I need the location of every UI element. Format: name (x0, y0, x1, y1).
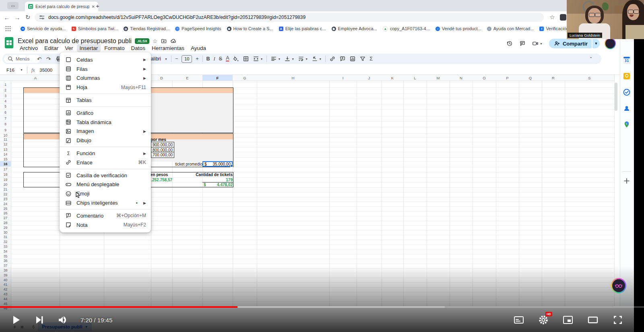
column-header-A[interactable]: A (11, 75, 60, 81)
menu-editar[interactable]: Editar (41, 44, 61, 52)
menu-item-comentario[interactable]: Comentario ⌘+Opción+M (60, 211, 151, 220)
row-header-12[interactable]: 12 (0, 142, 11, 147)
column-header-K[interactable]: K (382, 75, 404, 81)
menu-item-tabla-din-mica[interactable]: Tabla dinámica (60, 118, 151, 127)
row-header-16[interactable]: 16 (0, 161, 11, 167)
bookmark-item[interactable]: ▲ copy_A1F07163-4... (380, 26, 433, 31)
row-header-37[interactable]: 37 (0, 264, 11, 268)
version-history-icon[interactable] (506, 40, 513, 47)
row-header-32[interactable]: 32 (0, 240, 11, 245)
add-icon[interactable] (622, 176, 631, 185)
browser-tab[interactable]: Excel para calculo de presup ✕ (25, 2, 98, 11)
vertical-scrollbar[interactable] (615, 83, 617, 111)
row-header-1[interactable]: 1 (0, 82, 11, 87)
row-header-24[interactable]: 24 (0, 201, 11, 206)
row-header-13[interactable]: 13 (0, 147, 11, 152)
functions-icon[interactable]: Σ (369, 56, 373, 62)
bookmark-item[interactable]: ϟ Símbolos para Twi... (69, 26, 121, 31)
menu-item-enlace[interactable]: Enlace ⌘K (60, 158, 151, 167)
cell-E18[interactable]: Cantidad de tickets (172, 172, 234, 177)
cell-D19[interactable]: 6.252.758,57 (151, 177, 173, 182)
cell-D18[interactable]: en pesos (149, 172, 172, 177)
row-header-15[interactable]: 15 (0, 157, 11, 161)
column-header-R[interactable]: R (542, 75, 565, 81)
bookmark-item[interactable]: ◔ PageSpeed Insights (172, 26, 224, 31)
column-header-E[interactable]: E (172, 75, 203, 81)
menu-archivo[interactable]: Archivo (17, 44, 41, 52)
row-header-38[interactable]: 38 (0, 268, 11, 273)
column-header-G[interactable]: G (233, 75, 257, 81)
omnibox[interactable]: docs.google.com/spreadsheets/d/12vSuiPF7… (35, 13, 544, 22)
menu-insertar[interactable]: Insertar (77, 44, 101, 52)
horizontal-align-icon[interactable]: ▼ (270, 56, 281, 62)
new-tab-button[interactable]: + (96, 2, 99, 9)
row-header-39[interactable]: 39 (0, 273, 11, 278)
extension-icon[interactable] (560, 14, 566, 21)
insert-link-icon[interactable] (329, 56, 336, 62)
move-folder-icon[interactable] (161, 38, 167, 44)
column-header-L[interactable]: L (403, 75, 427, 81)
font-size-input[interactable]: 10 (182, 55, 192, 63)
menu-item-hoja[interactable]: Hoja Mayús+F11 (60, 83, 151, 92)
bookmark-item[interactable]: ◆ How to Create a S... (224, 26, 276, 31)
star-icon[interactable]: ☆ (153, 38, 158, 44)
insert-comment-icon[interactable] (339, 56, 346, 62)
increase-font-icon[interactable]: + (196, 56, 198, 62)
row-header-34[interactable]: 34 (0, 249, 11, 254)
menu-item-dibujo[interactable]: Dibujo (60, 136, 151, 145)
row-header-8[interactable]: 8 (0, 121, 11, 127)
menu-formato[interactable]: Formato (101, 44, 127, 52)
column-header-D[interactable]: D (151, 75, 173, 81)
site-info-icon[interactable] (39, 14, 45, 21)
strikethrough-icon[interactable]: S (219, 56, 222, 62)
italic-icon[interactable]: I (214, 56, 215, 62)
contacts-icon[interactable] (622, 104, 631, 113)
bookmark-star-icon[interactable]: ☆ (547, 14, 557, 21)
progress-bar-buffered[interactable] (237, 306, 445, 308)
calendar-icon[interactable]: 31 (622, 56, 631, 64)
column-header-P[interactable]: P (496, 75, 519, 81)
reload-icon[interactable]: ↻ (23, 14, 33, 21)
collapse-toolbar-icon[interactable]: ⌃ (589, 56, 592, 61)
maps-icon[interactable] (622, 120, 631, 129)
row-header-21[interactable]: 21 (0, 187, 11, 192)
row-header-7[interactable]: 7 (0, 116, 11, 121)
tab-close-icon[interactable]: ✕ (92, 4, 95, 9)
row-header-5[interactable]: 5 (0, 104, 11, 109)
cell-D14[interactable]: 1.700.000,00 (151, 152, 174, 158)
column-header-H[interactable]: H (257, 75, 330, 81)
chevron-down-icon[interactable]: ▼ (540, 42, 543, 45)
menu-item-gr-fico[interactable]: Gráfico (60, 108, 151, 118)
create-filter-icon[interactable] (359, 56, 366, 62)
row-header-2[interactable]: 2 (0, 87, 11, 93)
next-button[interactable] (34, 314, 45, 326)
row-header-28[interactable]: 28 (0, 221, 11, 226)
menu-item-imagen[interactable]: Imagen ▶ (60, 127, 151, 136)
bookmark-item[interactable]: ◆ Employee Advoca... (329, 26, 380, 31)
row-header-31[interactable]: 31 (0, 235, 11, 240)
row-header-43[interactable]: 43 (0, 292, 11, 297)
menu-item-tablas[interactable]: Tablas (60, 95, 151, 105)
share-button[interactable]: Compartir (549, 39, 592, 48)
column-header-S[interactable]: S (565, 75, 615, 81)
column-header-F[interactable]: F (202, 75, 233, 81)
cell-E16[interactable]: ticket promedio (172, 161, 204, 167)
row-header-27[interactable]: 27 (0, 216, 11, 221)
progress-bar-remaining[interactable] (445, 306, 644, 308)
row-header-20[interactable]: 20 (0, 182, 11, 187)
menu-item-emoji[interactable]: Emoji (60, 189, 151, 198)
borders-icon[interactable] (243, 56, 249, 62)
row-header-23[interactable]: 23 (0, 197, 11, 202)
menu-item-casilla-de-verificaci-n[interactable]: Casilla de verificación (60, 171, 151, 180)
menu-ayuda[interactable]: Ayuda (188, 44, 209, 52)
column-header-I[interactable]: I (329, 75, 357, 81)
row-header-41[interactable]: 41 (0, 282, 11, 287)
menu-item-men-desplegable[interactable]: Menú desplegable (60, 180, 151, 189)
chevron-down-icon[interactable]: ▼ (20, 68, 23, 71)
undo-icon[interactable]: ↶ (37, 56, 41, 62)
row-header-26[interactable]: 26 (0, 211, 11, 216)
row-header-44[interactable]: 44 (0, 297, 11, 301)
row-header-22[interactable]: 22 (0, 192, 11, 197)
formula-input[interactable]: 35000 (39, 68, 52, 73)
chevron-down-icon[interactable]: ▼ (165, 58, 167, 60)
